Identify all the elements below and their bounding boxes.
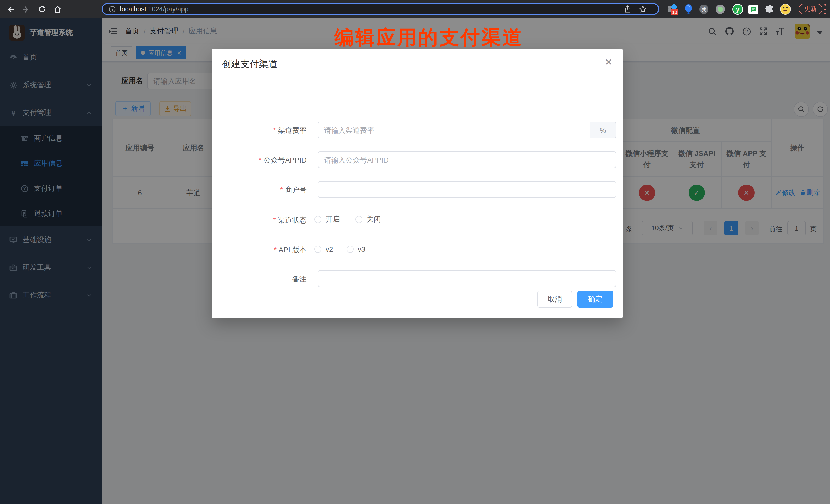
profile-emoji-icon[interactable] xyxy=(780,4,791,15)
svg-text:⌘: ⌘ xyxy=(701,6,707,13)
extension-command-icon[interactable]: ⌘ xyxy=(698,4,709,15)
extension-balloon-icon[interactable] xyxy=(683,4,694,15)
dialog-title: 创建支付渠道 xyxy=(222,58,277,70)
field-label-api: *API 版本 xyxy=(212,246,307,255)
create-pay-channel-dialog: 创建支付渠道 ✕ *渠道费率 % *公众号APPID *商户号 *渠道状态 开启… xyxy=(212,49,623,318)
extensions-puzzle-icon[interactable] xyxy=(764,4,776,15)
field-label-rate: *渠道费率 xyxy=(212,126,307,135)
browser-back-icon[interactable] xyxy=(4,3,17,15)
address-bar[interactable]: localhost:1024/pay/app xyxy=(101,3,659,15)
extension-badge: 10 xyxy=(672,10,677,15)
browser-update-button[interactable]: 更新 xyxy=(799,4,822,14)
app-window: 芋道管理系统 首页 系统管理 ¥ 支付管理 xyxy=(0,19,830,504)
appid-input[interactable] xyxy=(318,151,616,168)
share-icon[interactable] xyxy=(624,5,632,13)
status-radio-group: 开启 关闭 xyxy=(314,212,381,227)
browser-home-icon[interactable] xyxy=(51,3,64,15)
site-info-icon[interactable] xyxy=(109,5,116,12)
rate-input[interactable] xyxy=(318,122,590,138)
extension-diamond-icon[interactable]: 10 xyxy=(668,4,679,15)
confirm-button[interactable]: 确定 xyxy=(577,291,613,308)
browser-forward-icon[interactable] xyxy=(20,3,32,15)
cancel-button[interactable]: 取消 xyxy=(537,291,572,308)
url-text: localhost:1024/pay/app xyxy=(120,5,188,13)
extension-chat-icon[interactable] xyxy=(747,4,759,15)
screen: localhost:1024/pay/app 10 ⌘ xyxy=(0,0,830,504)
remark-input[interactable] xyxy=(318,270,616,287)
field-label-merchant: *商户号 xyxy=(212,186,307,195)
svg-text:y: y xyxy=(736,6,739,13)
radio-status-open[interactable] xyxy=(314,216,321,223)
annotation-text: 编辑应用的支付渠道 xyxy=(334,25,523,51)
field-label-status: *渠道状态 xyxy=(212,216,307,225)
dialog-close-icon[interactable]: ✕ xyxy=(603,57,614,67)
browser-toolbar: localhost:1024/pay/app 10 ⌘ xyxy=(0,0,830,19)
bookmark-star-icon[interactable] xyxy=(639,5,647,13)
radio-api-v2[interactable] xyxy=(314,246,321,253)
radio-api-v3[interactable] xyxy=(347,246,354,253)
api-radio-group: v2 v3 xyxy=(314,242,365,256)
merchant-input[interactable] xyxy=(318,181,616,198)
extension-y-icon[interactable]: y xyxy=(732,4,743,15)
field-label-remark: 备注 xyxy=(212,275,307,284)
extension-record-icon[interactable] xyxy=(715,4,726,15)
browser-menu-icon[interactable] xyxy=(824,4,826,14)
rate-suffix: % xyxy=(590,122,616,138)
browser-reload-icon[interactable] xyxy=(36,3,48,15)
field-label-appid: *公众号APPID xyxy=(212,156,307,165)
radio-status-closed[interactable] xyxy=(355,216,362,223)
